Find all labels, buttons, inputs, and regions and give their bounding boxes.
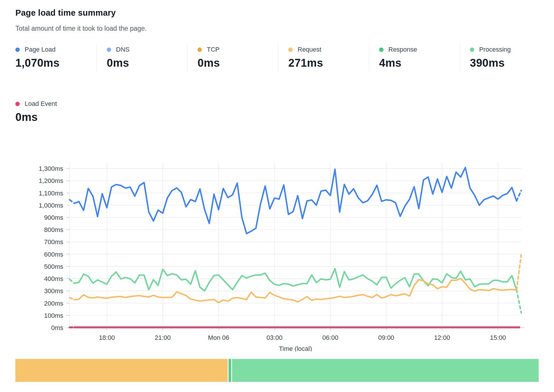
stat-value: 0ms	[15, 111, 82, 124]
legend-dot-icon	[288, 48, 293, 52]
stat-value: 0ms	[198, 57, 278, 69]
stat-label: TCP	[207, 46, 220, 53]
stat-item-load-event: Load Event 0ms	[15, 99, 82, 126]
y-axis-label: 500ms	[44, 263, 63, 270]
timeline-bar[interactable]	[15, 359, 539, 382]
stat-value: 4ms	[379, 57, 460, 69]
page: Page load time summary Total amount of t…	[0, 0, 554, 382]
stat-item-processing: Processing 390ms	[460, 45, 526, 72]
stat-label: Page Load	[25, 46, 55, 53]
x-axis-label: 21:00	[155, 334, 171, 341]
y-axis-label: 700ms	[44, 238, 63, 246]
y-axis-label: 1,300ms	[39, 165, 63, 172]
legend-dot-icon	[198, 48, 202, 52]
x-axis-title: Time (local)	[279, 345, 312, 351]
stat-item-request: Request 271ms	[278, 45, 369, 72]
stats-row-secondary: Load Event 0ms	[15, 99, 539, 126]
stat-item-tcp: TCP 0ms	[187, 45, 278, 72]
stat-label: Request	[298, 46, 321, 53]
timeline-segment-request-period[interactable]	[15, 359, 228, 382]
y-axis-label: 1,000ms	[39, 202, 63, 209]
chart-plot-area[interactable]	[70, 162, 521, 328]
stat-value: 390ms	[470, 57, 526, 69]
load-time-chart[interactable]: 0ms100ms200ms300ms400ms500ms600ms700ms80…	[15, 160, 539, 351]
stat-item-page-load: Page Load 1,070ms	[15, 45, 97, 72]
y-axis-label: 1,200ms	[39, 177, 63, 184]
stat-item-dns: DNS 0ms	[97, 45, 187, 72]
y-axis-label: 900ms	[44, 214, 63, 221]
stat-label: Load Event	[25, 100, 57, 108]
stat-label: Response	[388, 46, 417, 53]
x-axis-label: 09:00	[378, 334, 394, 341]
timeline-segment-processing-period[interactable]	[232, 359, 538, 382]
x-axis-label: 18:00	[99, 334, 115, 341]
y-axis-label: 800ms	[44, 226, 63, 233]
legend-dot-icon	[15, 48, 20, 52]
x-axis-label: 06:00	[322, 334, 338, 341]
x-axis-label: 15:00	[490, 334, 506, 341]
legend-dot-icon	[470, 48, 474, 52]
y-axis-label: 1,100ms	[39, 190, 63, 197]
stats-row-primary: Page Load 1,070ms DNS 0ms TCP 0ms Reques…	[15, 45, 539, 72]
stat-value: 271ms	[288, 57, 369, 69]
y-axis-label: 0ms	[51, 324, 63, 331]
legend-dot-icon	[15, 102, 20, 106]
timeline-segment-transition-sliver[interactable]	[229, 359, 231, 382]
stat-value: 0ms	[107, 57, 187, 69]
x-axis-label: 03:00	[267, 334, 283, 341]
y-axis-label: 600ms	[44, 251, 63, 258]
y-axis-label: 200ms	[44, 300, 63, 307]
y-axis-label: 100ms	[44, 312, 63, 319]
legend-dot-icon	[379, 48, 383, 52]
legend-dot-icon	[107, 48, 111, 52]
stat-label: Processing	[479, 46, 511, 53]
stat-label: DNS	[116, 46, 129, 53]
page-title: Page load time summary	[15, 0, 539, 18]
stat-item-response: Response 4ms	[369, 45, 460, 72]
stat-value: 1,070ms	[15, 57, 97, 69]
x-axis-label: 12:00	[434, 334, 450, 341]
page-subtitle: Total amount of time it took to load the…	[15, 25, 539, 32]
x-axis-label: Mon 06	[208, 334, 229, 341]
y-axis-label: 400ms	[44, 275, 63, 282]
y-axis-label: 300ms	[44, 287, 63, 295]
